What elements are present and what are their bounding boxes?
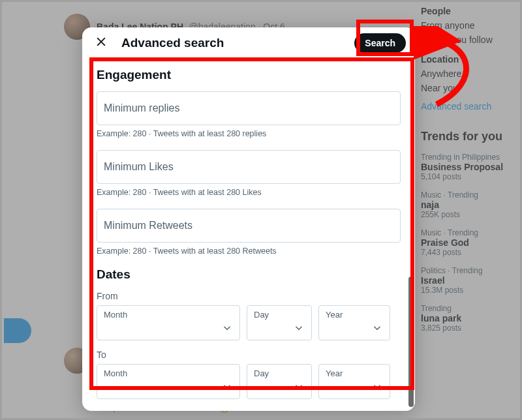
min-likes-input[interactable]: Minimum Likes (97, 150, 401, 184)
chevron-down-icon (371, 381, 383, 395)
select-label: Year (326, 368, 343, 378)
advanced-search-modal: Advanced search Search Engagement Minimu… (82, 27, 415, 411)
dates-heading: Dates (97, 267, 401, 282)
min-likes-example: Example: 280 · Tweets with at least 280 … (97, 188, 401, 197)
select-label: Day (254, 368, 269, 378)
min-retweets-input[interactable]: Minimum Retweets (97, 209, 401, 243)
engagement-heading: Engagement (97, 68, 401, 82)
chevron-down-icon (293, 381, 305, 395)
modal-scrollbar[interactable] (408, 87, 414, 406)
select-label: Day (254, 310, 269, 320)
modal-header: Advanced search Search (82, 27, 415, 59)
chevron-down-icon (371, 322, 383, 336)
input-placeholder: Minimum Retweets (104, 220, 192, 232)
from-label: From (97, 291, 401, 301)
min-replies-example: Example: 280 · Tweets with at least 280 … (97, 129, 401, 138)
modal-body[interactable]: Engagement Minimum replies Example: 280 … (82, 59, 415, 411)
min-retweets-example: Example: 280 · Tweets with at least 280 … (97, 247, 401, 256)
input-placeholder: Minimum Likes (104, 161, 174, 173)
from-date-row: Month Day Year (97, 305, 401, 340)
to-month-select[interactable]: Month (97, 364, 240, 399)
select-label: Month (104, 310, 127, 320)
from-year-select[interactable]: Year (318, 305, 390, 340)
modal-title: Advanced search (121, 36, 224, 50)
min-replies-input[interactable]: Minimum replies (97, 91, 401, 125)
input-placeholder: Minimum replies (104, 102, 179, 114)
to-year-select[interactable]: Year (318, 364, 390, 399)
from-day-select[interactable]: Day (247, 305, 312, 340)
select-label: Month (104, 368, 127, 378)
to-label: To (97, 350, 401, 360)
select-label: Year (326, 310, 343, 320)
chevron-down-icon (293, 322, 305, 336)
from-month-select[interactable]: Month (97, 305, 240, 340)
chevron-down-icon (221, 322, 233, 336)
chevron-down-icon (221, 381, 233, 395)
scrollbar-thumb[interactable] (408, 277, 414, 407)
close-icon (95, 35, 108, 51)
to-day-select[interactable]: Day (247, 364, 312, 399)
close-button[interactable] (91, 33, 111, 53)
to-date-row: Month Day Year (97, 364, 401, 399)
search-button[interactable]: Search (354, 33, 406, 53)
